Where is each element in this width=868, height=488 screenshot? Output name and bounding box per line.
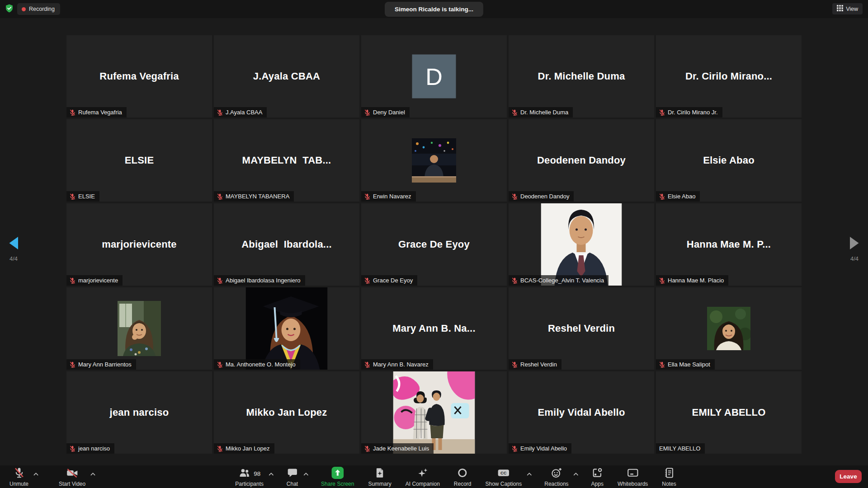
- participant-display-name: Mary Ann B. Na...: [361, 287, 507, 370]
- participant-name-label: J.Ayala CBAA: [226, 109, 262, 116]
- security-shield-icon[interactable]: [5, 4, 14, 13]
- toolbar-unmute-button[interactable]: Unmute: [5, 468, 42, 487]
- participant-video-thumbnail: [412, 138, 456, 183]
- mic-muted-icon: [364, 446, 370, 452]
- chevron-up-icon[interactable]: [33, 472, 38, 476]
- toolbar-record-button[interactable]: Record: [449, 468, 476, 487]
- chevron-up-icon[interactable]: [574, 472, 579, 476]
- gallery-grid-icon: [837, 5, 843, 13]
- chevron-up-icon[interactable]: [303, 472, 308, 476]
- participant-tile[interactable]: Rufema Vegafria Rufema Vegafria: [66, 35, 212, 117]
- participant-name-label: Emily Vidal Abello: [520, 445, 567, 452]
- participant-nameplate: Elsie Abao: [656, 191, 700, 202]
- participant-avatar: D: [412, 55, 456, 99]
- toolbar-notes-button[interactable]: Notes: [657, 468, 681, 487]
- zoom-meeting-window: { "topbar": { "recording_label": "Record…: [0, 0, 868, 488]
- chevron-left-icon: [9, 244, 19, 251]
- recording-indicator[interactable]: Recording: [17, 3, 60, 15]
- participant-tile[interactable]: Ma. Anthonette O. Montejo: [214, 287, 359, 370]
- participant-tile[interactable]: J.Ayala CBAA J.Ayala CBAA: [214, 35, 359, 117]
- toolbar-show-captions-button[interactable]: CC Show Captions: [480, 468, 535, 487]
- participant-tile[interactable]: Erwin Navarez: [361, 119, 507, 202]
- participant-tile[interactable]: Jade Keenabelle Luis: [361, 371, 507, 454]
- participant-nameplate: Reshel Verdin: [509, 359, 561, 370]
- prev-page-button[interactable]: 4/4: [4, 236, 24, 262]
- mic-muted-icon: [512, 193, 518, 200]
- mic-muted-icon: [364, 277, 370, 284]
- page-indicator-left: 4/4: [4, 255, 24, 262]
- meeting-toolbar: Unmute Start Video 98 Participants Chat: [0, 465, 868, 488]
- participant-tile[interactable]: Mikko Jan Lopez Mikko Jan Lopez: [214, 371, 359, 454]
- mic-muted-icon: [659, 277, 665, 284]
- participant-nameplate: jean narciso: [66, 443, 114, 454]
- participant-tile[interactable]: Abigael Ibardola... Abigael Ibardolasa I…: [214, 203, 359, 286]
- participant-name-label: Abigael Ibardolasa Ingeniero: [226, 277, 301, 284]
- chevron-up-icon[interactable]: [269, 472, 274, 476]
- share-screen-icon: [331, 467, 344, 481]
- toolbar-ai-companion-button[interactable]: AI Companion: [401, 468, 445, 487]
- participant-name-label: Mary Ann Barrientos: [78, 361, 132, 368]
- participant-tile[interactable]: EMILY ABELLO EMILY ABELLO: [656, 371, 802, 454]
- toolbar-summary-button[interactable]: Summary: [363, 468, 396, 487]
- participant-tile[interactable]: MAYBELYN TAB... MAYBELYN TABANERA: [214, 119, 359, 202]
- participant-tile[interactable]: Emily Vidal Abello Emily Vidal Abello: [509, 371, 654, 454]
- participant-tile[interactable]: Mary Ann B. Na... Mary Ann B. Navarez: [361, 287, 507, 370]
- participant-nameplate: MAYBELYN TABANERA: [214, 191, 294, 202]
- toolbar-participants-button[interactable]: 98 Participants: [230, 468, 277, 487]
- participant-tile[interactable]: Grace De Eyoy Grace De Eyoy: [361, 203, 507, 286]
- participant-tile[interactable]: Hanna Mae M. P... Hanna Mae M. Placio: [656, 203, 802, 286]
- leave-button[interactable]: Leave: [835, 470, 862, 483]
- participant-nameplate: Ella Mae Salipot: [656, 359, 715, 370]
- ai-companion-icon: [416, 467, 429, 481]
- participant-name-label: Deny Daniel: [373, 109, 405, 116]
- participant-name-label: Mikko Jan Lopez: [226, 445, 270, 452]
- participant-tile[interactable]: Mary Ann Barrientos: [66, 287, 212, 370]
- toolbar-whiteboards-button[interactable]: Whiteboards: [613, 468, 653, 487]
- participant-tile[interactable]: jean narciso jean narciso: [66, 371, 212, 454]
- participant-video-thumbnail: [393, 371, 475, 454]
- chevron-up-icon[interactable]: [527, 472, 532, 476]
- mic-muted-icon: [512, 446, 518, 452]
- mic-muted-icon: [659, 109, 665, 116]
- participant-tile[interactable]: BCAS-College_Alvin T. Valencia: [509, 203, 654, 286]
- participant-display-name: Dr. Michelle Duma: [509, 35, 654, 117]
- participant-name-label: Mary Ann B. Navarez: [373, 361, 429, 368]
- mic-muted-icon: [364, 109, 370, 116]
- participant-display-name: MAYBELYN TAB...: [214, 119, 359, 202]
- participant-name-label: Hanna Mae M. Placio: [668, 277, 724, 284]
- toolbar-chat-button[interactable]: Chat: [281, 468, 312, 487]
- participant-nameplate: BCAS-College_Alvin T. Valencia: [509, 275, 609, 286]
- toolbar-apps-button[interactable]: Apps: [586, 468, 609, 487]
- participant-tile[interactable]: Reshel Verdin Reshel Verdin: [509, 287, 654, 370]
- participant-tile[interactable]: D Deny Daniel: [361, 35, 507, 117]
- mic-muted-icon: [13, 467, 25, 481]
- chevron-up-icon[interactable]: [90, 472, 95, 476]
- participant-tile[interactable]: Elsie Abao Elsie Abao: [656, 119, 802, 202]
- participant-name-label: Erwin Navarez: [373, 193, 411, 200]
- mic-muted-icon: [70, 446, 75, 452]
- participant-tile[interactable]: marjorievicente marjorievicente: [66, 203, 212, 286]
- next-page-button[interactable]: 4/4: [844, 236, 864, 262]
- participant-nameplate: Grace De Eyoy: [361, 275, 417, 286]
- participant-display-name: marjorievicente: [66, 203, 212, 286]
- participant-tile[interactable]: Dr. Cirilo Mirano... Dr. Cirilo Mirano J…: [656, 35, 802, 117]
- mic-muted-icon: [512, 109, 518, 116]
- participant-nameplate: EMILY ABELLO: [656, 443, 705, 454]
- participant-tile[interactable]: ELSIE ELSIE: [66, 119, 212, 202]
- toolbar-left-group: Unmute Start Video: [5, 468, 99, 487]
- participant-name-label: MAYBELYN TABANERA: [226, 193, 289, 200]
- participant-display-name: Grace De Eyoy: [361, 203, 507, 286]
- mic-muted-icon: [659, 361, 665, 368]
- participants-grid: Rufema Vegafria Rufema Vegafria J.Ayala …: [66, 35, 802, 454]
- participant-display-name: Emily Vidal Abello: [509, 371, 654, 454]
- participant-name-label: Rufema Vegafria: [78, 109, 122, 116]
- toolbar-start-video-button[interactable]: Start Video: [54, 468, 99, 487]
- toolbar-share-screen-button[interactable]: Share Screen: [316, 468, 359, 487]
- view-button[interactable]: View: [832, 3, 863, 14]
- participant-name-label: Jade Keenabelle Luis: [373, 445, 429, 452]
- participant-name-label: Ma. Anthonette O. Montejo: [226, 361, 296, 368]
- participant-tile[interactable]: Deodenen Dandoy Deodenen Dandoy: [509, 119, 654, 202]
- participant-tile[interactable]: Dr. Michelle Duma Dr. Michelle Duma: [509, 35, 654, 117]
- toolbar-reactions-button[interactable]: Reactions: [539, 468, 582, 487]
- participant-tile[interactable]: Ella Mae Salipot: [656, 287, 802, 370]
